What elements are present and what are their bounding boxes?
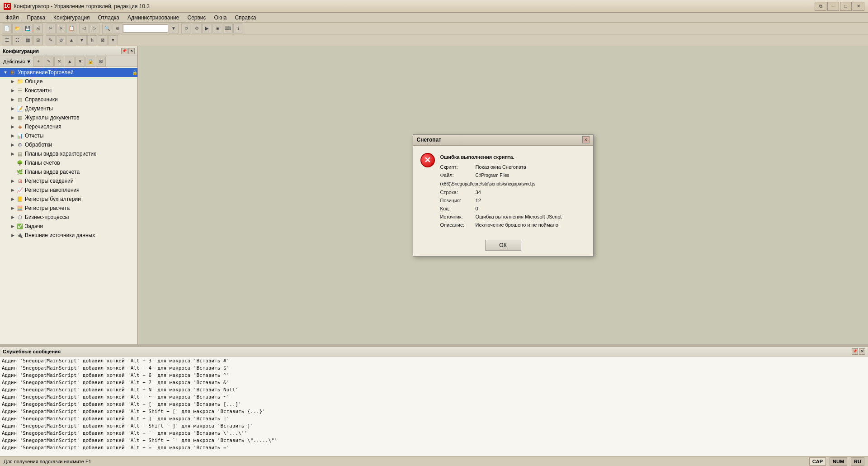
list-item[interactable]: 🌿 Планы видов расчета — [0, 167, 137, 176]
toolbar-search-input[interactable] — [123, 24, 168, 33]
panel-pin-btn[interactable]: 📌 — [121, 48, 127, 54]
expand-icon: ▶ — [9, 141, 16, 148]
menu-edit[interactable]: Правка — [24, 14, 49, 22]
list-item[interactable]: 🌳 Планы счетов — [0, 158, 137, 167]
toolbar2-btn10[interactable]: ⊠ — [98, 35, 108, 45]
dialog-close-button[interactable]: ✕ — [582, 136, 590, 143]
toolbar2-btn4[interactable]: ⊞ — [33, 35, 43, 45]
minimize-button[interactable]: ─ — [827, 2, 839, 11]
expand-icon: ▶ — [9, 105, 16, 112]
toolbar-cut[interactable]: ✂ — [46, 24, 56, 33]
bottom-section: Служебные сообщения 📌 ✕ Аддин 'SnegopatM… — [0, 346, 868, 456]
tree-root[interactable]: ▼ ⊞ УправлениеТорговлей 🔒 — [0, 68, 137, 77]
toolbar-new[interactable]: 📄 — [2, 24, 12, 33]
menu-windows[interactable]: Окна — [211, 14, 231, 22]
toolbar-script[interactable]: ⌨ — [223, 24, 233, 33]
panel-filter-btn[interactable]: ⊠ — [96, 57, 106, 67]
tree-container[interactable]: ▼ ⊞ УправлениеТорговлей 🔒 ▶ 📁 Общие ▶ ☰ … — [0, 67, 137, 344]
toolbar2-btn1[interactable]: ☰ — [2, 35, 12, 45]
list-item[interactable]: ▶ ▦ Журналы документов — [0, 113, 137, 122]
list-item[interactable]: ▶ ▤ Справочники — [0, 95, 137, 104]
list-item[interactable]: ▶ 📁 Общие — [0, 77, 137, 86]
title-bar-left: 1C Конфигуратор - Управление торговлей, … — [4, 3, 150, 10]
panel-delete-btn[interactable]: ✕ — [54, 57, 64, 67]
toolbar2-btn3[interactable]: ▦ — [23, 35, 33, 45]
list-item[interactable]: ▶ ✅ Задачи — [0, 222, 137, 231]
close-button[interactable]: ✕ — [853, 2, 864, 11]
list-item[interactable]: ▶ 📈 Регистры накопления — [0, 185, 137, 195]
toolbar2-btn6[interactable]: ⊘ — [56, 35, 66, 45]
toolbar2-btn2[interactable]: ☷ — [12, 35, 22, 45]
toolbar-dropdown[interactable]: ▼ — [169, 24, 179, 33]
ok-button[interactable]: ОК — [485, 240, 521, 251]
item-label: Регистры сведений — [25, 178, 137, 184]
list-item[interactable]: ▶ 📒 Регистры бухгалтерии — [0, 195, 137, 204]
panel-add-btn[interactable]: + — [33, 57, 43, 67]
maximize-button[interactable]: □ — [840, 2, 852, 11]
toolbar-info[interactable]: ℹ — [233, 24, 243, 33]
dialog-title: Снегопат — [417, 137, 442, 143]
item-icon: ▤ — [16, 96, 24, 103]
toolbar2-dropdown[interactable]: ▼ — [108, 35, 118, 45]
dialog-footer: ОК — [413, 236, 593, 256]
panel-title: Конфигурация — [3, 48, 39, 54]
error-dialog[interactable]: Снегопат ✕ ✕ Ошибка выполнения скрипта. … — [413, 134, 594, 257]
item-icon: 📈 — [16, 186, 24, 194]
toolbar-copy[interactable]: ⎘ — [56, 24, 66, 33]
menu-admin[interactable]: Администрирование — [124, 14, 183, 22]
toolbar-refresh[interactable]: ↺ — [181, 24, 191, 33]
toolbar2-btn5[interactable]: ✎ — [46, 35, 56, 45]
item-label: Отчеты — [25, 133, 137, 139]
item-label: Бизнес-процессы — [25, 214, 137, 220]
panel-lock-btn[interactable]: 🔒 — [85, 57, 95, 67]
toolbar-run[interactable]: ▶ — [202, 24, 212, 33]
toolbar-zoom-icon-btn[interactable]: ⊕ — [113, 24, 123, 33]
messages-pin-btn[interactable]: 📌 — [852, 348, 858, 355]
restore-button[interactable]: ⧉ — [815, 2, 826, 11]
expand-icon: ▶ — [9, 195, 16, 203]
list-item[interactable]: ▶ ⚙ Обработки — [0, 140, 137, 149]
messages-close-btn[interactable]: ✕ — [859, 348, 865, 355]
menu-debug[interactable]: Отладка — [94, 14, 123, 22]
toolbar-save[interactable]: 💾 — [23, 24, 33, 33]
field-script: Скрипт: Показ окна Снегопата — [440, 163, 586, 171]
toolbar2-btn7[interactable]: ▲ — [66, 35, 76, 45]
message-line: Аддин 'SnegopatMainScript' добавил хотке… — [2, 365, 866, 372]
expand-icon: ▶ — [9, 177, 16, 185]
item-icon: 🌳 — [16, 159, 24, 166]
menu-help[interactable]: Справка — [231, 14, 259, 22]
toolbar-search-icon-btn[interactable]: 🔍 — [102, 24, 112, 33]
panel-edit-btn[interactable]: ✎ — [44, 57, 54, 67]
list-item[interactable]: ▶ 🔌 Внешние источники данных — [0, 231, 137, 240]
menu-service[interactable]: Сервис — [184, 14, 209, 22]
toolbar-print[interactable]: 🖨 — [33, 24, 43, 33]
list-item[interactable]: ▶ ◈ Перечисления — [0, 122, 137, 131]
toolbar-filter[interactable]: ⚙ — [192, 24, 202, 33]
item-label: Планы видов характеристик — [25, 151, 137, 157]
message-line: Аддин 'SnegopatMainScript' добавил хотке… — [2, 415, 866, 423]
list-item[interactable]: ▶ ⊞ Регистры сведений — [0, 176, 137, 185]
panel-close-btn[interactable]: ✕ — [128, 48, 135, 54]
toolbar2-btn9[interactable]: ⇅ — [87, 35, 97, 45]
toolbar-forward[interactable]: ▷ — [90, 24, 99, 33]
list-item[interactable]: ▶ ⬡ Бизнес-процессы — [0, 213, 137, 222]
list-item[interactable]: ▶ 📝 Документы — [0, 104, 137, 113]
toolbar-paste[interactable]: 📋 — [66, 24, 76, 33]
item-label: Общие — [25, 78, 137, 85]
list-item[interactable]: ▶ 📊 Отчеты — [0, 131, 137, 140]
toolbar-open[interactable]: 📂 — [12, 24, 22, 33]
toolbar2-btn8[interactable]: ▼ — [77, 35, 87, 45]
menu-file[interactable]: Файл — [2, 14, 23, 22]
toolbar-back[interactable]: ◁ — [79, 24, 89, 33]
list-item[interactable]: ▶ ▤ Планы видов характеристик — [0, 149, 137, 158]
field-code-value: 0 — [476, 206, 478, 211]
list-item[interactable]: ▶ 🧮 Регистры расчета — [0, 204, 137, 213]
item-icon: 🌿 — [16, 168, 24, 176]
actions-dropdown[interactable]: Действия ▼ — [1, 59, 33, 64]
menu-config[interactable]: Конфигурация — [50, 14, 94, 22]
list-item[interactable]: ▶ ☰ Константы — [0, 86, 137, 95]
toolbar-stop[interactable]: ■ — [212, 24, 222, 33]
panel-up-btn[interactable]: ▲ — [65, 57, 75, 67]
panel-down-btn[interactable]: ▼ — [75, 57, 85, 67]
expand-icon: ▶ — [9, 123, 16, 130]
